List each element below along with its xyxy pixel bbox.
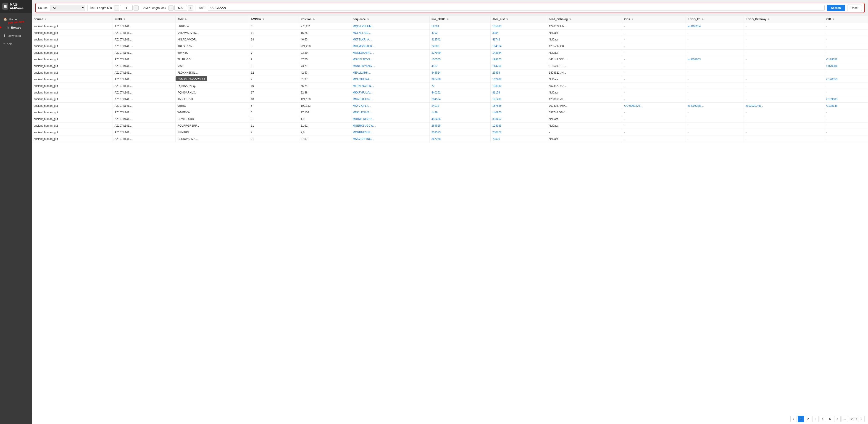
- col-amplen[interactable]: AMPlen ⇅: [249, 16, 299, 23]
- cell-amp_clst[interactable]: 250878: [490, 129, 547, 136]
- page-button-2[interactable]: 2: [805, 416, 811, 422]
- amp-length-max-decrement[interactable]: −: [168, 5, 174, 10]
- page-button-3[interactable]: 3: [812, 416, 819, 422]
- cell-sequence[interactable]: MHLMSNSKHK....: [351, 43, 430, 50]
- sidebar-item-download[interactable]: ⬇ Download: [0, 32, 32, 40]
- cell-sequence[interactable]: MKKFVFLLVV....: [351, 89, 430, 96]
- cell-sequence[interactable]: MCILSHLTAA....: [351, 76, 430, 83]
- cell-sequence[interactable]: MSYIELTDVS....: [351, 56, 430, 63]
- cell-sequence[interactable]: MGNKDKNIRL....: [351, 50, 430, 56]
- table-row: ancient_human_gutAZ107.k141....VVGVVSRVT…: [32, 30, 868, 36]
- page-button-1[interactable]: 1: [798, 416, 804, 422]
- col-gos[interactable]: GOs ⇅: [622, 16, 686, 23]
- col-pro-clst80[interactable]: Pro_clst80 ⇅: [429, 16, 490, 23]
- cell-cid[interactable]: C178652: [825, 56, 868, 63]
- cell-amp_clst[interactable]: 353467: [490, 116, 547, 122]
- cell-sequence[interactable]: MSSVGRFING....: [351, 136, 430, 142]
- col-amp-clst[interactable]: AMP_clst ⇅: [490, 16, 547, 23]
- sidebar-item-help[interactable]: ? help: [0, 40, 32, 48]
- page-button-5[interactable]: 5: [827, 416, 833, 422]
- col-cid[interactable]: CID ⇅: [825, 16, 868, 23]
- cell-pro_clst80[interactable]: 52001: [429, 23, 490, 30]
- cell-cid[interactable]: C169603: [825, 96, 868, 103]
- amp-length-min-increment[interactable]: +: [133, 5, 138, 10]
- source-select[interactable]: All ancient_human_gut modern_human_gut s…: [50, 5, 85, 11]
- cell-pro_clst80[interactable]: 4792: [429, 30, 490, 36]
- cell-amp_clst[interactable]: 81158: [490, 89, 547, 96]
- cell-amp_clst[interactable]: 191208: [490, 96, 547, 103]
- cell-amp_clst[interactable]: 142854: [490, 50, 547, 56]
- cell-amp_clst[interactable]: 124935: [490, 122, 547, 129]
- cell-pro_clst80[interactable]: 458486: [429, 116, 490, 122]
- page-button-6[interactable]: 6: [834, 416, 841, 422]
- cell-amp_clst[interactable]: 157635: [490, 103, 547, 109]
- cell-cid[interactable]: C108148: [825, 103, 868, 109]
- cell-sequence[interactable]: MQLVLPFEHM....: [351, 23, 430, 30]
- amp-input[interactable]: [208, 5, 825, 11]
- cell-sequence[interactable]: MGERKSVGCW....: [351, 122, 430, 129]
- cell-pro_clst80[interactable]: 227949: [429, 50, 490, 56]
- cell-sequence[interactable]: MRRWLRISRR....: [351, 116, 430, 122]
- col-position[interactable]: Position ⇅: [299, 16, 351, 23]
- cell-kegg_ko[interactable]: ko:K05338,...: [686, 103, 744, 109]
- cell-sequence[interactable]: MGLNLLAGL....: [351, 30, 430, 36]
- cell-pro_clst80[interactable]: 397438: [429, 76, 490, 83]
- cell-gos[interactable]: GO:0000270...: [622, 103, 686, 109]
- col-seed-ortholog[interactable]: seed_ortholog ⇅: [547, 16, 622, 23]
- cell-pro_clst80[interactable]: 284525: [429, 122, 490, 129]
- col-kegg-pathway[interactable]: KEGG_Pathway ⇅: [744, 16, 825, 23]
- amp-length-min-input[interactable]: [120, 5, 133, 11]
- cell-pro_clst80[interactable]: 4187: [429, 63, 490, 69]
- prev-page-button[interactable]: ‹: [790, 416, 797, 422]
- cell-pro_clst80[interactable]: 440252: [429, 89, 490, 96]
- cell-kegg_ko[interactable]: ko:K03284: [686, 23, 744, 30]
- col-sequence[interactable]: Sequence ⇅: [351, 16, 430, 23]
- cell-pro_clst80[interactable]: 348524: [429, 69, 490, 76]
- cell-amp_clst[interactable]: 3954: [490, 30, 547, 36]
- amp-length-min-decrement[interactable]: −: [114, 5, 119, 10]
- amp-length-max-input[interactable]: [175, 5, 187, 11]
- cell-sequence[interactable]: MDKILDSIVE....: [351, 109, 430, 116]
- cell-kegg_pathway[interactable]: ko02020,ma...: [744, 103, 825, 109]
- cell-amp_clst[interactable]: 138180: [490, 83, 547, 89]
- page-button-ellipsis[interactable]: ...: [841, 416, 848, 422]
- cell-amp_clst[interactable]: 199275: [490, 56, 547, 63]
- cell-sequence[interactable]: MKTSLKRIIA....: [351, 36, 430, 43]
- cell-amp_clst[interactable]: 23858: [490, 69, 547, 76]
- cell-pro_clst80[interactable]: 1449: [429, 109, 490, 116]
- cell-amp_clst[interactable]: 70526: [490, 136, 547, 142]
- cell-sequence[interactable]: MGRRNIRKIR....: [351, 129, 430, 136]
- cell-sequence[interactable]: MEALLVIIHI....: [351, 69, 430, 76]
- cell-sequence[interactable]: MNAKIKEKAV....: [351, 96, 430, 103]
- cell-amp_clst[interactable]: 162908: [490, 76, 547, 83]
- cell-amp_clst[interactable]: 135883: [490, 23, 547, 30]
- cell-kegg_ko[interactable]: ko:K02003: [686, 56, 744, 63]
- cell-cid[interactable]: C070084: [825, 63, 868, 69]
- cell-sequence[interactable]: MNNLSKYKNG....: [351, 63, 430, 69]
- cell-pro_clst80[interactable]: 367268: [429, 136, 490, 142]
- cell-pro_clst80[interactable]: 284524: [429, 96, 490, 103]
- page-button-4[interactable]: 4: [819, 416, 826, 422]
- cell-sequence[interactable]: MKYVIQFLII....: [351, 103, 430, 109]
- cell-pro_clst80[interactable]: 309573: [429, 129, 490, 136]
- amp-length-max-increment[interactable]: +: [188, 5, 193, 10]
- reset-button[interactable]: Reset: [847, 5, 862, 11]
- col-source[interactable]: Source ⇅: [32, 16, 113, 23]
- cell-pro_clst80[interactable]: 312542: [429, 36, 490, 43]
- cell-amp_clst[interactable]: 140970: [490, 109, 547, 116]
- cell-amp_clst[interactable]: 144766: [490, 63, 547, 69]
- col-kegg-ko[interactable]: KEGG_ko ⇅: [686, 16, 744, 23]
- cell-cid[interactable]: C120353: [825, 76, 868, 83]
- sidebar-item-browse[interactable]: ✦ ☆ Browse you are here: [0, 23, 32, 32]
- cell-amp_clst[interactable]: 41742: [490, 36, 547, 43]
- cell-sequence[interactable]: MLRKLNCFLN....: [351, 83, 430, 89]
- cell-pro_clst80[interactable]: 22808: [429, 43, 490, 50]
- next-page-button[interactable]: ›: [858, 416, 865, 422]
- cell-pro_clst80[interactable]: 24018: [429, 103, 490, 109]
- cell-pro_clst80[interactable]: 150565: [429, 56, 490, 63]
- col-amp[interactable]: AMP ⇅: [176, 16, 249, 23]
- search-button[interactable]: Search: [827, 5, 845, 11]
- col-proId[interactable]: ProID ⇅: [113, 16, 175, 23]
- cell-amp_clst[interactable]: 164314: [490, 43, 547, 50]
- cell-pro_clst80[interactable]: 72: [429, 83, 490, 89]
